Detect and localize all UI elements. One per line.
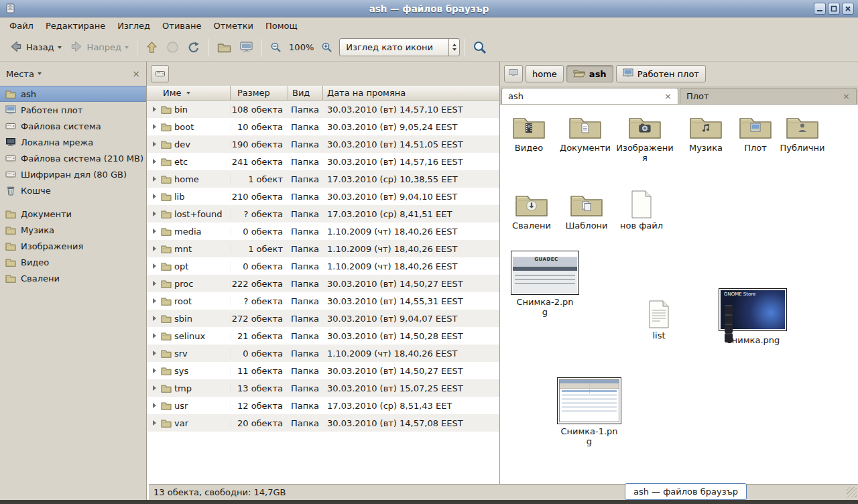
expander-icon[interactable] (150, 229, 158, 234)
table-row[interactable]: srv0 обектаПапка1.10.2009 (чт) 18,40,26 … (147, 344, 499, 362)
icon-view-item[interactable]: list (629, 298, 689, 341)
table-row[interactable]: sbin272 обектаПапка30.03.2010 (вт) 9,04,… (147, 310, 499, 327)
menu-item[interactable]: Отиване (156, 19, 207, 32)
table-row[interactable]: var20 обектаПапка30.03.2010 (вт) 14,57,0… (147, 414, 499, 432)
sidebar-item[interactable]: Файлова система (210 MB) (0, 150, 146, 166)
icon-view-item[interactable]: Документи (555, 110, 615, 153)
pathbar-desktop-button[interactable]: Работен плот (616, 65, 706, 82)
resize-grip[interactable] (847, 487, 857, 497)
sidebar-item[interactable]: Видео (0, 254, 146, 270)
icon-view-item[interactable]: Свалени (501, 188, 562, 231)
menu-item[interactable]: Редактиране (40, 19, 111, 32)
column-header-kind[interactable]: Вид (288, 86, 323, 101)
back-dropdown-icon[interactable] (58, 46, 62, 49)
table-row[interactable]: opt0 обектаПапка1.10.2009 (чт) 18,40,26 … (147, 257, 499, 275)
maximize-button[interactable] (828, 3, 840, 15)
menu-item[interactable]: Отметки (207, 19, 259, 32)
pathbar-root-button[interactable] (504, 65, 523, 82)
icon-view-item[interactable]: Снимка-1.png (551, 375, 627, 447)
expander-icon[interactable] (150, 211, 158, 216)
expander-icon[interactable] (150, 159, 158, 164)
titlebar[interactable]: ash — файлов браузър (0, 0, 858, 17)
column-header-size[interactable]: Размер (231, 86, 288, 101)
tab-close-icon[interactable]: × (664, 91, 672, 101)
table-row[interactable]: media0 обектаПапка1.10.2009 (чт) 18,40,2… (147, 223, 499, 240)
sidebar-item[interactable]: Изображения (0, 238, 146, 254)
home-button[interactable] (213, 39, 235, 56)
table-row[interactable]: tmp13 обектаПапка30.03.2010 (вт) 15,07,2… (147, 379, 499, 397)
icon-view-item[interactable]: GUADECСнимка-2.png (507, 251, 583, 318)
reload-button[interactable] (183, 38, 204, 57)
view-mode-spinner[interactable] (448, 39, 459, 56)
search-button[interactable] (469, 38, 491, 58)
zoom-out-button[interactable] (266, 39, 286, 56)
table-row[interactable]: usr12 обектаПапка17.03.2010 (ср) 8,51,43… (147, 397, 499, 414)
column-header-name[interactable]: Име (147, 86, 231, 101)
tab-desktop[interactable]: Плот× (680, 88, 857, 104)
expander-icon[interactable] (150, 176, 158, 182)
table-row[interactable]: home1 обектПапка17.03.2010 (ср) 10,38,55… (147, 170, 499, 188)
sidebar-item[interactable]: Локална мрежа (0, 134, 146, 150)
pathbar-home-button[interactable]: home (526, 65, 564, 82)
minimize-button[interactable] (814, 3, 826, 15)
expander-icon[interactable] (150, 298, 158, 304)
table-row[interactable]: proc222 обектаПапка30.03.2010 (вт) 14,50… (147, 275, 499, 292)
expander-icon[interactable] (150, 333, 158, 338)
view-mode-select[interactable]: Изглед като икони (339, 38, 460, 56)
expander-icon[interactable] (150, 385, 158, 391)
table-row[interactable]: root? обектаПапка30.03.2010 (вт) 14,55,3… (147, 292, 499, 310)
sidebar-item[interactable]: Шифриран дял (80 GB) (0, 166, 146, 182)
icon-view-item[interactable]: GNOME StoreСнимка.png (715, 288, 791, 346)
sidebar-item[interactable]: Музика (0, 222, 146, 238)
icon-view-item[interactable]: Шаблони (556, 188, 617, 231)
icon-view[interactable]: ВидеоДокументиИзображенияМузикаПлотПубли… (500, 105, 858, 500)
pathbar-current-button[interactable]: ash (566, 65, 613, 82)
up-button[interactable] (141, 38, 162, 57)
back-button[interactable]: Назад (5, 37, 66, 58)
table-row[interactable]: lost+found? обектаПапка17.03.2010 (ср) 8… (147, 205, 499, 223)
expander-icon[interactable] (150, 141, 158, 147)
close-button[interactable] (842, 3, 854, 15)
tab-close-icon[interactable]: × (843, 91, 850, 101)
menu-item[interactable]: Файл (3, 19, 40, 32)
forward-button[interactable]: Напред (66, 37, 133, 58)
sidebar-item[interactable]: Файлова система (0, 118, 146, 134)
sidebar-close-icon[interactable]: × (132, 68, 140, 79)
table-row[interactable]: sys11 обектаПапка30.03.2010 (вт) 14,50,2… (147, 362, 499, 379)
zoom-in-button[interactable] (317, 39, 336, 56)
sidebar-item[interactable]: ash (0, 86, 146, 102)
expander-icon[interactable] (150, 316, 158, 321)
icon-view-item[interactable]: Видео (500, 110, 559, 153)
stop-button[interactable] (162, 38, 183, 56)
menu-item[interactable]: Помощ (259, 19, 304, 32)
menu-item[interactable]: Изглед (111, 19, 156, 32)
expander-icon[interactable] (150, 351, 158, 356)
expander-icon[interactable] (150, 124, 158, 129)
column-header-date[interactable]: Дата на промяна (323, 86, 499, 101)
expander-icon[interactable] (150, 246, 158, 251)
tab-ash[interactable]: ash× (501, 88, 678, 104)
sidebar-item[interactable]: Документи (0, 206, 146, 222)
expander-icon[interactable] (150, 403, 158, 408)
expander-icon[interactable] (150, 263, 158, 269)
sidebar-item[interactable]: Кошче (0, 182, 146, 198)
table-row[interactable]: dev190 обектаПапка30.03.2010 (вт) 14,51,… (147, 135, 499, 153)
table-row[interactable]: selinux21 обектаПапка30.03.2010 (вт) 14,… (147, 327, 499, 344)
expander-icon[interactable] (150, 107, 158, 112)
table-row[interactable]: mnt1 обектПапка1.10.2009 (чт) 18,40,26 E… (147, 240, 499, 257)
sidebar-item[interactable]: Свалени (0, 270, 146, 286)
table-row[interactable]: boot10 обектаПапка30.03.2010 (вт) 9,05,2… (147, 118, 499, 135)
expander-icon[interactable] (150, 281, 158, 286)
expander-icon[interactable] (150, 194, 158, 199)
sidebar-item[interactable]: Работен плот (0, 102, 146, 118)
sidebar-title[interactable]: Места (6, 69, 34, 79)
table-row[interactable]: bin108 обектаПапка30.03.2010 (вт) 14,57,… (147, 101, 499, 118)
table-row[interactable]: lib210 обектаПапка30.03.2010 (вт) 9,04,1… (147, 188, 499, 205)
sidebar-title-dropdown-icon[interactable] (38, 72, 42, 75)
icon-view-item[interactable]: Изображения (613, 110, 677, 164)
icon-view-item[interactable]: Публични (772, 110, 833, 153)
computer-button[interactable] (235, 38, 257, 56)
icon-view-item[interactable]: нов файл (611, 188, 672, 231)
pane-location-button[interactable] (151, 65, 169, 82)
expander-icon[interactable] (150, 368, 158, 373)
